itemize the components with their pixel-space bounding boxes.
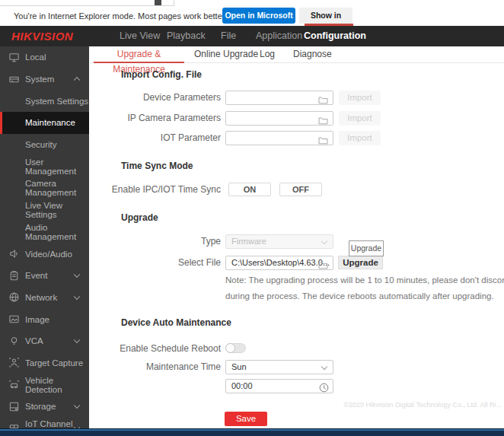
upgrade-tooltip: Upgrade (349, 240, 384, 256)
maintenance-day-select[interactable]: Sun (225, 360, 333, 374)
device-parameters-label: Device Parameters (76, 91, 221, 104)
sidebar-item-storage[interactable]: Storage (0, 396, 89, 418)
toggle-knob (225, 343, 235, 353)
section-title-time-sync: Time Sync Mode (121, 161, 193, 171)
folder-icon[interactable] (318, 259, 328, 272)
image-icon (8, 313, 20, 325)
top-navbar: HIKVISION Live View Playback File Applic… (0, 26, 504, 46)
ip-camera-parameters-input[interactable] (225, 111, 333, 126)
chevron-down-icon (321, 238, 327, 244)
select-file-label: Select File (76, 256, 221, 269)
nav-configuration[interactable]: Configuration (304, 26, 366, 46)
hikvision-logo[interactable]: HIKVISION (11, 26, 73, 46)
nav-file[interactable]: File (221, 26, 236, 46)
nav-playback[interactable]: Playback (167, 26, 206, 46)
enable-ipc-iot-time-sync-label: Enable IPC/IOT Time Sync (76, 183, 221, 196)
monitor-icon (8, 52, 20, 63)
iot-parameter-label: IOT Parameter (76, 131, 221, 145)
upgrade-button[interactable]: Upgrade (338, 256, 383, 269)
chevron-down-icon (74, 272, 80, 278)
iot-channel-icon (8, 423, 20, 428)
tab-upgrade-maintenance[interactable]: Upgrade & Maintenance (94, 46, 184, 63)
vca-icon (8, 336, 20, 347)
sidebar-item-network[interactable]: Network (0, 287, 89, 309)
target-capture-icon (8, 357, 20, 368)
maintenance-time-label: Maintenance Time (76, 360, 221, 374)
section-title-upgrade: Upgrade (121, 212, 158, 223)
sidebar-item-vehicle-detection[interactable]: Vehicle Detection (0, 374, 89, 396)
copyright-text: ©2020 Hikvision Digital Technology Co., … (343, 401, 502, 409)
storage-icon (8, 401, 20, 412)
iot-parameter-input[interactable] (225, 131, 333, 145)
open-in-edge-button[interactable]: Open in Microsoft Edge (222, 8, 295, 24)
maintenance-time-input[interactable]: 00:00 (225, 379, 333, 393)
type-label: Type (76, 234, 221, 248)
select-file-input[interactable]: C:\Users\Desktop\4.63.0... (225, 256, 333, 270)
browser-tabstrip-mark (155, 0, 161, 5)
section-title-import-config: Import Config. File (121, 69, 202, 80)
show-in-toolbar-button[interactable]: Show in toolbar (299, 8, 352, 24)
system-icon (8, 74, 20, 85)
tab-log[interactable]: Log (260, 46, 275, 63)
chevron-down-icon (74, 403, 80, 409)
tab-online-upgrade[interactable]: Online Upgrade (194, 46, 258, 63)
ip-camera-parameters-label: IP Camera Parameters (76, 111, 221, 125)
tab-diagnose[interactable]: Diagnose (293, 46, 332, 63)
import-ip-camera-parameters-button[interactable]: Import (339, 111, 381, 126)
ie-mode-banner: You're in Internet Explorer mode. Most p… (0, 6, 504, 26)
import-device-parameters-button[interactable]: Import (339, 91, 381, 105)
save-button[interactable]: Save (225, 412, 267, 426)
browser-tabstrip-divider (174, 0, 174, 6)
time-sync-on-button[interactable]: ON (228, 183, 271, 196)
network-icon (8, 291, 20, 303)
chevron-down-icon (74, 293, 80, 299)
sidebar-item-iot-channel[interactable]: IoT Channel Co... (0, 418, 89, 428)
sidebar-item-system[interactable]: System (0, 68, 89, 91)
sidebar-item-live-view-settings[interactable]: Live View Settings (0, 199, 89, 221)
sidebar-item-image[interactable]: Image (0, 308, 89, 330)
upgrade-type-select: Firmware (225, 234, 333, 249)
video-audio-icon (8, 248, 20, 259)
device-parameters-input[interactable] (225, 91, 333, 105)
time-sync-off-button[interactable]: OFF (279, 183, 322, 196)
upgrade-note-line2: during the process. The device reboots a… (225, 291, 494, 301)
vehicle-detection-icon (8, 379, 20, 390)
folder-icon[interactable] (318, 94, 328, 107)
folder-icon[interactable] (318, 114, 328, 128)
event-icon (8, 270, 20, 282)
window-bottom-edge (0, 428, 504, 436)
enable-schedule-reboot-toggle[interactable] (225, 343, 246, 353)
chevron-up-icon (74, 77, 80, 83)
section-title-auto-maintenance: Device Auto Maintenance (121, 317, 231, 328)
upgrade-note-line1: Note: The upgrading process will be 1 to… (225, 275, 504, 285)
hikvision-configuration-page: You're in Internet Explorer mode. Most p… (0, 0, 504, 436)
sidebar-item-local[interactable]: Local (0, 46, 89, 68)
folder-icon[interactable] (318, 134, 328, 148)
nav-application[interactable]: Application (256, 26, 302, 46)
clock-icon[interactable] (319, 382, 329, 396)
config-tabbar: Upgrade & Maintenance Online Upgrade Log… (89, 46, 504, 63)
nav-live-view[interactable]: Live View (120, 26, 160, 46)
import-iot-parameter-button[interactable]: Import (339, 131, 381, 145)
chevron-down-icon (321, 364, 327, 370)
enable-schedule-reboot-label: Enable Schedule Reboot (76, 342, 221, 355)
sidebar-item-user-management[interactable]: User Management (0, 155, 89, 177)
configuration-active-indicator (305, 24, 353, 26)
